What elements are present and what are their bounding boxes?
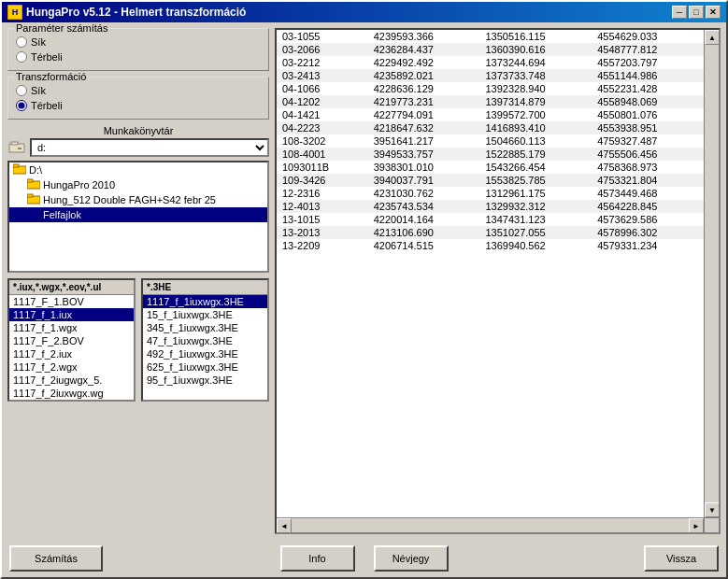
table-cell: 4564228.845	[592, 200, 704, 213]
table-cell: 1392328.940	[479, 82, 592, 95]
vertical-scrollbar[interactable]: ▲ ▼	[704, 30, 719, 517]
table-row[interactable]: 13-10154220014.1641347431.1234573629.586	[277, 213, 704, 226]
transform-group: Transzformáció Sík Térbeli	[7, 77, 269, 120]
table-row[interactable]: 04-14214227794.0911399572.7004550801.076	[277, 108, 704, 121]
scroll-right-button[interactable]: ►	[689, 518, 704, 533]
table-cell: 3938301.010	[368, 161, 480, 174]
scroll-left-button[interactable]: ◄	[277, 518, 292, 533]
table-cell: 1397314.879	[479, 95, 592, 108]
scroll-up-button[interactable]: ▲	[705, 30, 720, 45]
right-panel: ▲ ▼ ◄ ► 03-10554239593.3661350516.115455…	[275, 28, 721, 534]
table-cell: 4231030.762	[368, 187, 480, 200]
table-cell: 04-2223	[277, 121, 368, 134]
table-row[interactable]: 03-22124229492.4921373244.6944557203.797	[277, 56, 704, 69]
file-list1[interactable]: *.iux,*.wgx,*.eov,*.ul 1117_F_1.BOV 1117…	[7, 278, 136, 402]
szamitas-button[interactable]: Számítás	[9, 545, 103, 572]
data-table: 03-10554239593.3661350516.1154554629.033…	[277, 30, 704, 252]
file-list2-item[interactable]: 15_f_1iuxwgx.3HE	[143, 308, 267, 321]
param-terbeli-radio[interactable]	[16, 51, 27, 63]
file-list-item[interactable]: 1117_F_1.BOV	[9, 295, 134, 308]
minimize-button[interactable]: ─	[672, 6, 687, 19]
titlebar-buttons: ─ □ ✕	[672, 6, 721, 19]
scroll-down-button[interactable]: ▼	[705, 502, 720, 517]
drive-select-wrapper: d: c: e:	[30, 138, 269, 157]
svg-rect-1	[11, 142, 18, 145]
close-button[interactable]: ✕	[706, 6, 721, 19]
drive-icon	[7, 140, 26, 155]
table-row[interactable]: 04-10664228636.1291392328.9404552231.428	[277, 82, 704, 95]
drive-select[interactable]: d: c: e:	[30, 138, 269, 157]
table-row[interactable]: 13-20134213106.6901351027.0554578996.302	[277, 226, 704, 239]
svg-rect-4	[13, 164, 19, 167]
table-row[interactable]: 04-22234218647.6321416893.4104553938.951	[277, 121, 704, 134]
table-cell: 1373733.748	[479, 69, 592, 82]
table-row[interactable]: 108-32023951641.2171504660.1134759327.48…	[277, 134, 704, 148]
table-cell: 1329932.312	[479, 200, 592, 213]
data-grid[interactable]: ▲ ▼ ◄ ► 03-10554239593.3661350516.115455…	[275, 28, 721, 534]
file-list-item[interactable]: 1117_F_2.BOV	[9, 334, 134, 347]
table-row[interactable]: 12-23164231030.7621312961.1754573449.468	[277, 187, 704, 200]
horizontal-scrollbar[interactable]: ◄ ►	[277, 517, 704, 532]
tree-item-drive[interactable]: D:\	[9, 162, 267, 177]
table-cell: 4553938.951	[592, 121, 704, 134]
table-cell: 13-2209	[277, 239, 368, 252]
file-list2-item[interactable]: 492_f_1iuxwgx.3HE	[143, 347, 267, 360]
table-row[interactable]: 12-40134235743.5341329932.3124564228.845	[277, 200, 704, 213]
file-list-item[interactable]: 1117_f_1.iux	[9, 308, 134, 321]
titlebar-left: H HungaPro v5.12 - Helmert transzformáci…	[7, 5, 246, 20]
table-cell: 12-4013	[277, 200, 368, 213]
titlebar: H HungaPro v5.12 - Helmert transzformáci…	[2, 2, 726, 22]
folder-icon-felfajlok	[27, 208, 40, 221]
table-cell: 4550801.076	[592, 108, 704, 121]
app-icon: H	[7, 5, 22, 20]
tree-item-label: D:\	[29, 164, 42, 176]
table-cell: 04-1421	[277, 108, 368, 121]
footer: Számítás Info Névjegy Vissza	[2, 540, 726, 577]
file-list2-item[interactable]: 47_f_1iuxwgx.3HE	[143, 334, 267, 347]
file-list2-item[interactable]: 1117_f_1iuxwgx.3HE	[143, 295, 267, 308]
left-panel: Paraméter számítás Sík Térbeli Transzfor…	[7, 28, 269, 534]
table-row[interactable]: 109-34263940037.7911553825.7854753321.80…	[277, 174, 704, 187]
tree-item-hungapro[interactable]: HungaPro 2010	[9, 177, 267, 192]
table-row[interactable]: 03-10554239593.3661350516.1154554629.033	[277, 30, 704, 43]
table-cell: 4551144.986	[592, 69, 704, 82]
file-list-item[interactable]: 1117_f_2iuxwgx.wg	[9, 387, 134, 400]
table-row[interactable]: 04-12024219773.2311397314.8794558948.069	[277, 95, 704, 108]
table-row[interactable]: 03-24134235892.0211373733.7484551144.986	[277, 69, 704, 82]
file-list2-item[interactable]: 95_f_1iuxwgx.3HE	[143, 374, 267, 387]
drive-folder-icon	[13, 163, 26, 177]
file-list2[interactable]: *.3HE 1117_f_1iuxwgx.3HE 15_f_1iuxwgx.3H…	[141, 278, 269, 402]
table-cell: 1351027.055	[479, 226, 592, 239]
table-cell: 4229492.492	[368, 56, 480, 69]
svg-rect-10	[27, 209, 33, 212]
info-button[interactable]: Info	[280, 545, 355, 572]
table-row[interactable]: 03-20664236284.4371360390.6164548777.812	[277, 43, 704, 56]
transform-sik-radio[interactable]	[16, 85, 27, 96]
maximize-button[interactable]: □	[689, 6, 704, 19]
tree-item-felfajlok[interactable]: Felfajlok	[9, 207, 267, 222]
table-cell: 4548777.812	[592, 43, 704, 56]
file-list-item[interactable]: 1117_f_1.wgx	[9, 321, 134, 334]
table-cell: 3951641.217	[368, 134, 480, 148]
table-cell: 4552231.428	[592, 82, 704, 95]
file-list-item[interactable]: 1117_f_2.iux	[9, 347, 134, 360]
file-list-item[interactable]: 1117_f_2.wgx	[9, 360, 134, 374]
table-cell: 1093011B	[277, 161, 368, 174]
nevjegy-button[interactable]: Névjegy	[374, 545, 449, 572]
table-row[interactable]: 1093011B3938301.0101543266.4544758368.97…	[277, 161, 704, 174]
transform-terbeli-radio[interactable]	[16, 100, 27, 111]
file-list2-item[interactable]: 345_f_1iuxwgx.3HE	[143, 321, 267, 334]
tree-item-hung512[interactable]: Hung_512 Double FAGH+S42 febr 25	[9, 192, 267, 207]
param-terbeli-row: Térbeli	[16, 51, 261, 63]
table-cell: 04-1202	[277, 95, 368, 108]
main-window: H HungaPro v5.12 - Helmert transzformáci…	[0, 0, 728, 579]
footer-right: Vissza	[541, 545, 719, 572]
table-row[interactable]: 13-22094206714.5151369940.5624579331.234	[277, 239, 704, 252]
param-sik-radio[interactable]	[16, 36, 27, 48]
table-row[interactable]: 108-40013949533.7571522885.1794755506.45…	[277, 148, 704, 161]
table-cell: 1543266.454	[479, 161, 592, 174]
file-list-item[interactable]: 1117_f_2iugwgx_5.	[9, 374, 134, 387]
vissza-button[interactable]: Vissza	[644, 545, 719, 572]
file-tree[interactable]: D:\ HungaPro 2010	[7, 161, 269, 273]
file-list2-item[interactable]: 625_f_1iuxwgx.3HE	[143, 360, 267, 374]
